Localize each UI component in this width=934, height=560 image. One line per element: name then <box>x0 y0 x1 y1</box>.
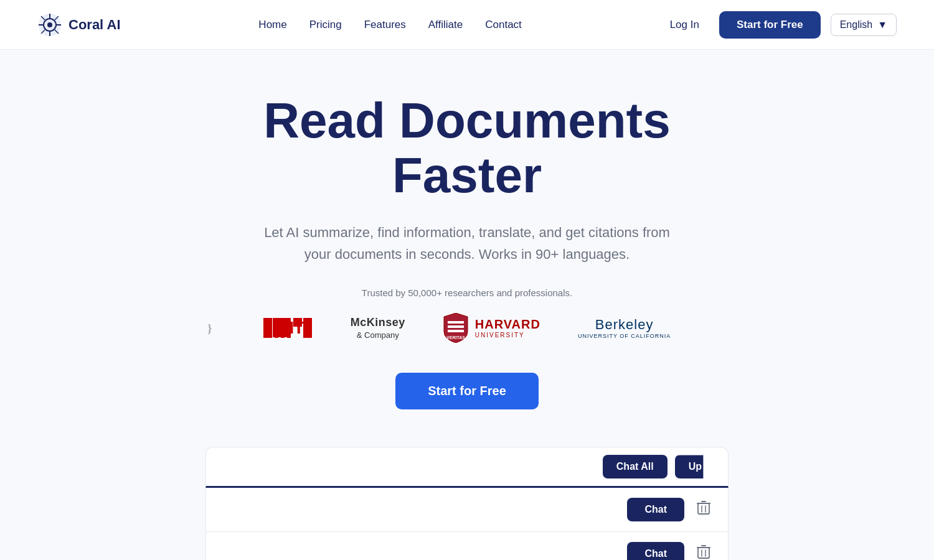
table-row: Chat <box>206 532 728 560</box>
svg-rect-15 <box>287 318 291 338</box>
svg-text:VERITAS: VERITAS <box>446 335 465 340</box>
navbar: Coral AI Home Pricing Features Affiliate… <box>0 0 934 50</box>
hero-section: Read Documents Faster Let AI summarize, … <box>0 50 934 434</box>
nav-right: Log In Start for Free English ▼ <box>660 11 897 39</box>
trusted-text: Trusted by 50,000+ researchers and profe… <box>362 287 572 298</box>
partial-logo-left: } <box>207 313 226 343</box>
svg-rect-16 <box>293 318 302 327</box>
chevron-down-icon: ▼ <box>877 19 887 30</box>
svg-rect-17 <box>303 318 312 338</box>
svg-rect-13 <box>275 318 278 338</box>
svg-rect-14 <box>281 318 285 338</box>
logo-area[interactable]: Coral AI <box>37 12 121 37</box>
upload-button[interactable]: Up <box>675 455 715 478</box>
app-toolbar: Chat All Up <box>205 447 729 488</box>
start-free-nav-button[interactable]: Start for Free <box>719 11 821 39</box>
svg-rect-28 <box>698 548 709 558</box>
nav-links: Home Pricing Features Affiliate Contact <box>258 19 521 31</box>
table-row: Chat <box>206 488 728 532</box>
mit-logo: MIT <box>263 313 313 343</box>
delete-button-doc2[interactable] <box>692 542 715 560</box>
trash-icon <box>697 544 710 559</box>
logo-text: Coral AI <box>68 17 121 33</box>
nav-contact[interactable]: Contact <box>485 19 522 31</box>
logo-strip: } MIT McKinsey & Compan <box>37 313 897 343</box>
trash-icon <box>697 500 710 515</box>
chat-all-button[interactable]: Chat All <box>603 455 667 478</box>
svg-rect-23 <box>698 503 709 514</box>
hero-subtitle: Let AI summarize, find information, tran… <box>249 222 685 265</box>
delete-button-doc1[interactable] <box>692 498 715 521</box>
nav-affiliate[interactable]: Affiliate <box>428 19 463 31</box>
svg-rect-19 <box>448 325 464 328</box>
document-list: Chat Chat <box>205 488 729 560</box>
chat-button-doc2[interactable]: Chat <box>627 542 684 560</box>
svg-rect-18 <box>448 321 464 324</box>
harvard-logo: VERITAS HARVARD UNIVERSITY <box>443 313 540 343</box>
svg-point-2 <box>47 22 52 27</box>
coral-ai-logo-icon <box>37 12 62 37</box>
nav-features[interactable]: Features <box>364 19 406 31</box>
svg-text:}: } <box>207 322 212 335</box>
login-button[interactable]: Log In <box>660 14 709 36</box>
language-selector[interactable]: English ▼ <box>831 14 897 36</box>
harvard-shield-icon: VERITAS <box>443 313 469 343</box>
partial-logo-right: | <box>708 313 727 343</box>
mckinsey-logo: McKinsey & Company <box>351 313 405 343</box>
hero-title: Read Documents Faster <box>187 93 747 203</box>
svg-rect-12 <box>263 318 272 338</box>
chat-button-doc1[interactable]: Chat <box>627 498 684 521</box>
app-preview-section: Chat All Up Chat Chat <box>0 447 934 560</box>
start-free-hero-button[interactable]: Start for Free <box>395 373 539 409</box>
language-label: English <box>840 19 872 30</box>
svg-rect-20 <box>448 330 464 332</box>
nav-pricing[interactable]: Pricing <box>309 19 342 31</box>
berkeley-logo: Berkeley UNIVERSITY OF CALIFORNIA <box>578 313 671 343</box>
nav-home[interactable]: Home <box>258 19 286 31</box>
